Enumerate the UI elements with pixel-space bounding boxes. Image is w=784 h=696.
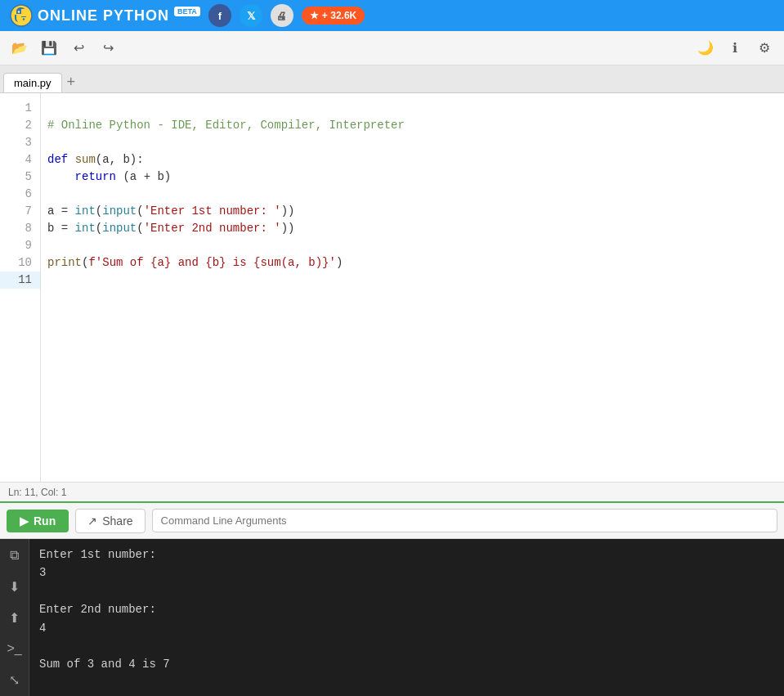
terminal-area: Enter 1st number: 3 Enter 2nd number: 4 … — [29, 539, 784, 696]
share-run-icon: ↗ — [87, 514, 97, 528]
logo-area: ONLINE PYTHON BETA — [10, 4, 200, 27]
tab-bar: main.py + — [0, 65, 784, 93]
open-icon: 📂 — [11, 40, 28, 56]
terminal-icon: >_ — [7, 641, 21, 656]
download-icon: ⬇ — [9, 579, 20, 595]
run-label: Run — [34, 514, 56, 528]
terminal-upload-button[interactable]: ⬆ — [3, 608, 26, 627]
share-icon: 🖨 — [276, 10, 287, 22]
terminal-line-4: 4 — [39, 619, 774, 637]
expand-icon: ⤡ — [9, 672, 20, 688]
play-icon: ▶ — [20, 514, 29, 528]
line-numbers: 1 2 3 4 5 6 7 8 9 10 11 — [0, 93, 41, 482]
redo-button[interactable]: ↪ — [95, 35, 121, 61]
terminal-line-2: 3 — [39, 564, 774, 581]
open-button[interactable]: 📂 — [7, 35, 33, 61]
twitter-button[interactable]: 𝕏 — [240, 4, 262, 27]
line-num-6: 6 — [0, 186, 40, 203]
share-icon-button[interactable]: 🖨 — [271, 4, 293, 27]
facebook-button[interactable]: f — [208, 4, 231, 27]
command-line-input[interactable] — [152, 509, 777, 532]
share-run-button[interactable]: ↗ Share — [75, 509, 145, 533]
status-bar: Ln: 11, Col: 1 — [0, 482, 784, 501]
code-line-2: # Online Python - IDE, Editor, Compiler,… — [47, 119, 405, 132]
info-button[interactable]: ℹ — [722, 35, 748, 61]
code-line-7: a = int(input('Enter 1st number: ')) — [47, 204, 295, 218]
share-label: Share — [102, 514, 132, 528]
undo-button[interactable]: ↩ — [65, 35, 92, 61]
terminal-line-3: Enter 2nd number: — [39, 600, 774, 618]
bottom-section: ⧉ ⬇ ⬆ >_ ⤡ Enter 1st number: 3 Enter 2nd… — [0, 539, 784, 696]
terminal-line-5: Sum of 3 and 4 is 7 — [39, 655, 774, 673]
code-line-5: return (a + b) — [47, 170, 171, 183]
python-logo-icon — [10, 4, 33, 27]
line-num-3: 3 — [0, 134, 40, 151]
copy-icon: ⧉ — [10, 548, 19, 563]
upload-icon: ⬆ — [9, 610, 20, 626]
save-button[interactable]: 💾 — [36, 35, 62, 61]
terminal-output: Enter 1st number: 3 Enter 2nd number: 4 … — [39, 546, 774, 696]
code-line-8: b = int(input('Enter 2nd number: ')) — [47, 222, 295, 235]
svg-point-1 — [18, 11, 20, 12]
right-toolbar: 🌙 ℹ ⚙ — [692, 35, 777, 61]
moon-icon: 🌙 — [697, 40, 714, 56]
code-line-4: def sum(a, b): — [47, 153, 144, 166]
terminal-toolbar: ⧉ ⬇ ⬆ >_ ⤡ — [0, 539, 29, 696]
star-icon: ★ — [310, 10, 319, 21]
editor-area: 1 2 3 4 5 6 7 8 9 10 11 # Online Python … — [0, 93, 784, 482]
line-num-1: 1 — [0, 100, 40, 117]
site-title: ONLINE PYTHON — [38, 7, 169, 25]
save-icon: 💾 — [41, 40, 57, 56]
star-button[interactable]: ★ + 32.6K — [302, 7, 365, 25]
toolbar: 📂 💾 ↩ ↪ 🌙 ℹ ⚙ — [0, 31, 784, 65]
add-tab-button[interactable]: + — [62, 74, 81, 91]
run-bar: ▶ Run ↗ Share — [0, 501, 784, 539]
beta-badge: BETA — [174, 7, 200, 16]
undo-icon: ↩ — [74, 40, 84, 56]
line-num-7: 7 — [0, 203, 40, 220]
tab-main-py[interactable]: main.py — [3, 73, 62, 92]
svg-point-2 — [23, 18, 25, 20]
settings-button[interactable]: ⚙ — [751, 35, 777, 61]
line-num-9: 9 — [0, 237, 40, 254]
terminal-download-button[interactable]: ⬇ — [3, 577, 26, 596]
cursor-position: Ln: 11, Col: 1 — [8, 487, 66, 498]
gear-icon: ⚙ — [759, 40, 770, 56]
line-num-5: 5 — [0, 168, 40, 186]
star-count: + 32.6K — [322, 10, 356, 21]
line-num-11: 11 — [0, 272, 40, 289]
run-button[interactable]: ▶ Run — [7, 510, 69, 532]
terminal-line-1: Enter 1st number: — [39, 546, 774, 564]
line-num-2: 2 — [0, 117, 40, 134]
code-line-10: print(f'Sum of {a} and {b} is {sum(a, b)… — [47, 256, 343, 269]
twitter-icon: 𝕏 — [247, 10, 255, 22]
redo-icon: ↪ — [103, 40, 114, 56]
terminal-expand-button[interactable]: ⤡ — [3, 670, 26, 689]
line-num-8: 8 — [0, 220, 40, 237]
top-header: ONLINE PYTHON BETA f 𝕏 🖨 ★ + 32.6K — [0, 0, 784, 31]
line-num-10: 10 — [0, 254, 40, 272]
line-num-4: 4 — [0, 151, 40, 168]
info-icon: ℹ — [732, 40, 737, 56]
dark-mode-button[interactable]: 🌙 — [692, 35, 719, 61]
code-editor[interactable]: # Online Python - IDE, Editor, Compiler,… — [41, 93, 784, 482]
terminal-copy-button[interactable]: ⧉ — [3, 546, 26, 565]
tab-label: main.py — [14, 77, 52, 89]
terminal-prompt-button[interactable]: >_ — [3, 639, 26, 658]
